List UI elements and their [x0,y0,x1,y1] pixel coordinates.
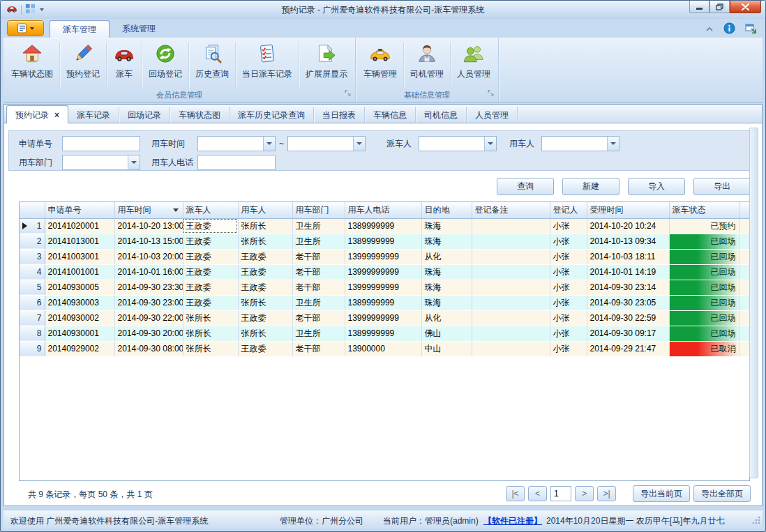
doc-tab-2[interactable]: 派车记录 [68,107,119,123]
grid-cell[interactable]: 13999999999 [345,249,421,264]
grid-cell[interactable]: 张所长 [238,326,292,341]
grid-cell[interactable]: 20140929002 [45,341,114,356]
close-tab-icon[interactable]: × [54,110,59,120]
grid-cell[interactable]: 小张 [550,295,587,310]
grid-cell[interactable]: 2014-10-01 14:19 [587,264,669,280]
ribbon-button-extend-screen[interactable]: 扩展屏显示 [299,40,354,90]
user-combo[interactable] [541,136,619,151]
column-header-8[interactable]: 登记备注 [472,202,550,218]
row-header[interactable]: 3 [20,249,45,264]
ribbon-button-checklist[interactable]: 当日派车记录 [236,40,299,90]
row-header[interactable]: 4 [20,264,45,280]
grid-cell[interactable]: 珠海 [421,264,472,280]
column-header-10[interactable]: 受理时间 [587,202,669,218]
grid-cell[interactable]: 小张 [550,264,587,280]
grid-cell[interactable]: 张所长 [183,341,238,356]
license-registered-link[interactable]: 【软件已注册】 [483,515,542,527]
column-header-9[interactable]: 登记人 [550,202,587,218]
minimize-button[interactable] [689,1,709,13]
grid-cell[interactable]: 2014-10-20 13:00 [114,218,183,234]
grid-cell[interactable]: 小张 [550,280,587,295]
grid-cell[interactable] [472,326,550,341]
grid-cell[interactable]: 20141001001 [45,264,114,280]
grid-cell[interactable]: 2014-10-01 16:00 [114,264,183,280]
grid-cell[interactable] [472,280,550,295]
grid-cell[interactable]: 从化 [421,249,472,264]
dispatch-status-cell[interactable]: 已回场 [669,310,739,326]
row-header[interactable]: 1 [20,218,45,234]
dialog-launcher-icon[interactable] [488,89,495,100]
grid-cell[interactable]: 王政委 [238,280,292,295]
grid-cell[interactable]: 王政委 [183,295,238,310]
grid-cell[interactable]: 小张 [550,234,587,249]
doc-tab-6[interactable]: 当日报表 [314,107,365,123]
grid-cell[interactable]: 卫生所 [292,218,345,234]
row-header[interactable]: 8 [20,326,45,341]
grid-cell[interactable]: 老干部 [292,280,345,295]
doc-tab-4[interactable]: 车辆状态图 [170,107,230,123]
grid-cell[interactable]: 卫生所 [292,295,345,310]
restore-button[interactable] [709,1,730,13]
grid-cell[interactable]: 2014-09-30 08:00 [114,341,183,356]
grid-cell[interactable]: 王政委 [238,249,292,264]
dispatch-status-cell[interactable]: 已取消 [669,341,739,356]
ribbon-button-driver[interactable]: 司机管理 [404,40,450,90]
grid-cell[interactable] [472,341,550,356]
row-header[interactable]: 9 [20,341,45,356]
collapse-ribbon-icon[interactable] [705,24,714,34]
grid-cell[interactable]: 小张 [550,249,587,264]
doc-tab-5[interactable]: 派车历史记录查询 [230,107,314,123]
grid-cell[interactable]: 王政委 [238,264,292,280]
doc-tab-7[interactable]: 车辆信息 [365,107,416,123]
grid-cell[interactable]: 王政委 [183,280,238,295]
grid-cell[interactable]: 2014-09-30 22:00 [114,310,183,326]
ribbon-button-red-car[interactable]: 派车 [107,40,142,90]
doc-tab-8[interactable]: 司机信息 [416,107,467,123]
grid-cell[interactable]: 老干部 [292,264,345,280]
row-header[interactable]: 5 [20,280,45,295]
grid-cell[interactable]: 张所长 [238,295,292,310]
grid-cell[interactable]: 2014-10-13 09:34 [587,234,669,249]
grid-cell[interactable]: 珠海 [421,295,472,310]
page-number-input[interactable] [550,486,571,501]
dispatch-status-cell[interactable]: 已回场 [669,295,739,310]
grid-cell[interactable] [472,218,550,234]
next-page-button[interactable]: > [575,486,594,501]
grid-cell[interactable]: 13999999999 [345,310,421,326]
grid-cell[interactable]: 王政委 [183,249,238,264]
export-button[interactable]: 导出 [693,178,751,195]
doc-tab-9[interactable]: 人员管理 [467,107,518,123]
column-header-2[interactable]: 用车时间 [114,202,183,218]
grid-cell[interactable] [472,249,550,264]
dispatch-status-cell[interactable]: 已回场 [669,234,739,249]
grid-cell[interactable]: 老干部 [292,310,345,326]
grid-cell[interactable]: 20140930005 [45,280,114,295]
grid-vertical-scrollbar[interactable] [749,128,758,478]
grid-cell[interactable]: 小张 [550,310,587,326]
row-header[interactable]: 7 [20,310,45,326]
use-time-to-input[interactable] [288,137,353,151]
grid-cell[interactable]: 2014-09-30 23:00 [114,295,183,310]
doc-tab-3[interactable]: 回场记录 [119,107,170,123]
dialog-launcher-icon[interactable] [345,89,352,100]
grid-cell[interactable]: 小张 [550,326,587,341]
grid-cell[interactable]: 1389999999 [345,326,421,341]
grid-cell[interactable]: 13900000 [345,341,421,356]
grid-cell[interactable]: 13999999999 [345,264,421,280]
grid-cell[interactable]: 小张 [550,218,587,234]
grid-cell[interactable]: 2014-10-13 15:00 [114,234,183,249]
grid-cell[interactable]: 1389999999 [345,295,421,310]
grid-cell[interactable]: 2014-09-30 22:59 [587,310,669,326]
grid-cell[interactable]: 20141003001 [45,249,114,264]
request-no-input[interactable] [62,136,140,151]
column-header-1[interactable]: 申请单号 [45,202,114,218]
ribbon-button-recycle[interactable]: 回场登记 [142,40,188,90]
column-header-11[interactable]: 派车状态 [669,202,739,218]
dispatcher-input[interactable] [419,137,484,151]
chevron-down-icon[interactable] [263,137,275,151]
dispatch-status-cell[interactable]: 已预约 [669,218,739,234]
grid-cell[interactable]: 20141020001 [45,218,114,234]
grid-cell[interactable]: 王政委 [183,218,238,234]
grid-cell[interactable]: 王政委 [238,310,292,326]
ribbon-tab-system-management[interactable]: 系统管理 [110,20,168,38]
